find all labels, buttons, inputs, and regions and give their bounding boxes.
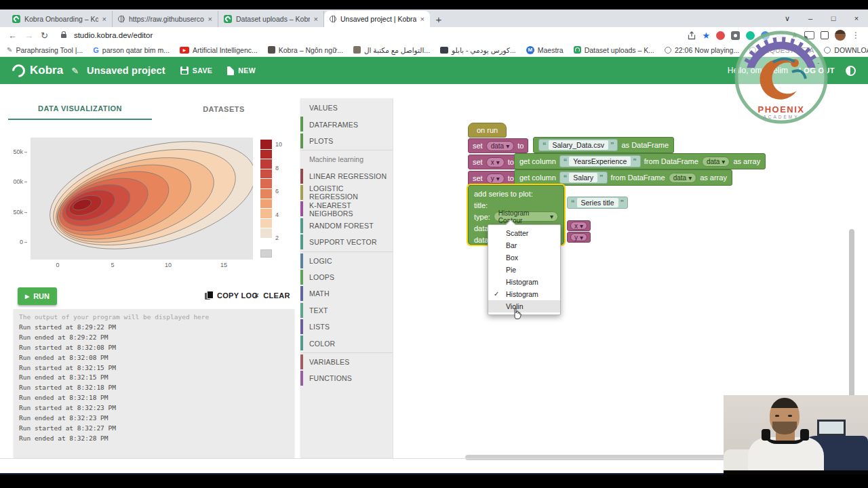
toolbox-item-logic[interactable]: LOGIC: [300, 253, 393, 269]
variable-dropdown-data[interactable]: data▾: [486, 141, 515, 151]
edit-project-icon[interactable]: ✎: [71, 66, 79, 76]
bookmark-arabic-library[interactable]: التواصل مع مكتبة ال...: [353, 46, 430, 54]
adblock-extension-icon[interactable]: [716, 31, 725, 40]
variable-name: y: [574, 234, 578, 241]
toolbox-item-math[interactable]: MATH: [300, 285, 393, 302]
column-name-text-block[interactable]: “ Salary ”: [559, 171, 608, 184]
theme-toggle-icon[interactable]: [846, 66, 856, 76]
toolbox-item-linear-regression[interactable]: LINEAR REGRESSION: [300, 168, 393, 184]
close-icon[interactable]: ×: [314, 15, 318, 23]
toolbox-item-plots[interactable]: PLOTS: [300, 133, 393, 149]
save-button[interactable]: SAVE: [180, 66, 212, 75]
variable-name: x: [574, 222, 578, 230]
colorbar-zero-band: [260, 249, 272, 258]
reload-icon[interactable]: ↻: [41, 31, 48, 40]
toolbox-item-variables[interactable]: VARIABLES: [300, 354, 393, 370]
chevron-down-icon[interactable]: ∨: [776, 14, 799, 23]
bookmark-now-playing[interactable]: 22:06 Now playing...: [665, 46, 739, 54]
bookmark-dataset-uploads[interactable]: Dataset uploads – K...: [574, 46, 654, 54]
maximize-button[interactable]: □: [822, 14, 845, 22]
variable-y-block[interactable]: y▾: [567, 232, 591, 243]
tab-datasets[interactable]: DATASETS: [152, 98, 296, 120]
toolbox-item-support-vector[interactable]: SUPPORT VECTOR: [300, 234, 393, 250]
minimize-button[interactable]: –: [799, 14, 822, 22]
browser-menu-icon[interactable]: ⋮: [852, 30, 860, 40]
csv-filename-text-block[interactable]: “ Salary_Data.csv ”: [538, 139, 618, 151]
dataframe-dropdown[interactable]: data▾: [702, 157, 730, 167]
variable-dropdown-x[interactable]: x▾: [570, 222, 587, 230]
toolbox-item-values[interactable]: VALUES: [300, 100, 393, 116]
share-icon[interactable]: [687, 31, 696, 40]
dropdown-option-scatter[interactable]: Scatter: [488, 227, 560, 239]
project-title[interactable]: Unsaved project: [87, 65, 165, 76]
category-color-strip: [300, 286, 303, 301]
bookmark-kobra-ngon-ngu[interactable]: Kobra – Ngôn ngữ...: [268, 46, 343, 54]
toolbox-label: RANDOM FOREST: [309, 222, 374, 230]
series-title-text-block[interactable]: “ Series title ”: [567, 197, 628, 209]
column-name-field[interactable]: Salary: [569, 173, 597, 182]
get-column-y-block[interactable]: get column “ Salary ” from DataFrame dat…: [514, 169, 732, 186]
workspace-horizontal-scrollbar[interactable]: [465, 455, 732, 460]
dropdown-option-histogram-contour-checked[interactable]: ✓ Histogram Contour: [488, 288, 560, 300]
close-window-button[interactable]: ×: [845, 14, 868, 22]
new-button[interactable]: NEW: [227, 66, 256, 75]
toolbox-item-loops[interactable]: LOOPS: [300, 269, 393, 285]
variable-name: data: [491, 142, 504, 150]
profile-avatar[interactable]: [835, 30, 846, 41]
toolbox-item-logistic-regression[interactable]: LOGISTIC REGRESSION: [300, 184, 393, 201]
browser-tab-kobra-studio-active[interactable]: Unsaved project | Kobra Studio ×: [324, 11, 430, 27]
on-run-block[interactable]: on run: [468, 123, 507, 138]
x-tick-15: 15: [220, 262, 227, 268]
bookmark-star-icon[interactable]: ★: [703, 31, 711, 40]
bookmark-ai[interactable]: ▶Artificial Intelligenc...: [180, 46, 258, 54]
bookmark-paraphrasing[interactable]: ✎Paraphrasing Tool |...: [7, 46, 83, 54]
toolbox-item-random-forest[interactable]: RANDOM FOREST: [300, 218, 393, 234]
toolbox-item-color[interactable]: COLOR: [300, 335, 393, 351]
bookmark-download[interactable]: DOWNLOAD: [824, 46, 868, 54]
bookmark-parson[interactable]: Gparson qatar bim m...: [93, 46, 170, 54]
toolbox-item-knn[interactable]: K-NEAREST NEIGHBORS: [300, 201, 393, 217]
close-icon[interactable]: ×: [208, 15, 212, 23]
browser-tab-dataset-uploads[interactable]: Dataset uploads – Kobra Docs ×: [218, 11, 324, 27]
bookmark-udemy-course[interactable]: كورس يودمي - بابلو...: [440, 46, 516, 54]
browser-tab-raw-github[interactable]: https://raw.githubusercontent.co ×: [113, 11, 218, 27]
dropdown-option-violin-hovered[interactable]: Violin: [488, 300, 560, 312]
kobra-brand[interactable]: Kobra: [12, 64, 63, 77]
bookmark-maestra[interactable]: MMaestra: [526, 46, 564, 54]
variable-x-block[interactable]: x▾: [567, 220, 591, 231]
copy-log-button[interactable]: COPY LOG: [205, 291, 258, 300]
read-csv-block[interactable]: “ Salary_Data.csv ” as DataFrame: [533, 137, 674, 153]
csv-filename-field[interactable]: Salary_Data.csv: [549, 140, 608, 150]
set-y-block[interactable]: set y▾ to: [468, 171, 519, 186]
toolbox-item-functions[interactable]: FUNCTIONS: [300, 370, 393, 386]
run-button[interactable]: ▶ RUN: [18, 287, 57, 305]
workspace-vertical-scrollbar[interactable]: [849, 229, 854, 409]
tab-data-visualization[interactable]: DATA VISUALIZATION: [8, 98, 152, 120]
dropdown-option-histogram[interactable]: Histogram: [488, 276, 560, 288]
get-column-x-block[interactable]: get column “ YearsExperience ” from Data…: [514, 153, 766, 169]
column-name-field[interactable]: YearsExperience: [569, 157, 631, 166]
column-name-text-block[interactable]: “ YearsExperience ”: [559, 155, 641, 167]
forward-icon[interactable]: →: [24, 31, 33, 40]
clear-button[interactable]: × CLEAR: [254, 291, 290, 300]
new-tab-button[interactable]: +: [430, 11, 448, 27]
series-type-dropdown[interactable]: Histogram Contour▾: [494, 211, 558, 222]
dropdown-option-pie[interactable]: Pie: [488, 264, 560, 276]
set-data-block[interactable]: set data▾ to: [468, 138, 528, 153]
browser-tab-kobra-onboarding[interactable]: Kobra Onboarding – Kobra Docs ×: [7, 11, 113, 27]
toolbox-item-text[interactable]: TEXT: [300, 302, 393, 319]
url-text[interactable]: studio.kobra.dev/editor: [74, 31, 153, 39]
close-icon[interactable]: ×: [102, 15, 106, 23]
dropdown-option-box[interactable]: Box: [488, 251, 560, 264]
variable-dropdown-x[interactable]: x▾: [486, 157, 505, 167]
set-x-block[interactable]: set x▾ to: [468, 155, 519, 169]
close-icon[interactable]: ×: [420, 15, 425, 23]
series-title-field[interactable]: Series title: [577, 198, 618, 207]
dropdown-option-bar[interactable]: Bar: [488, 239, 560, 251]
back-icon[interactable]: ←: [8, 31, 17, 40]
toolbox-item-lists[interactable]: LISTS: [300, 319, 393, 335]
toolbox-item-dataframes[interactable]: DATAFRAMES: [300, 116, 393, 132]
variable-dropdown-y[interactable]: y▾: [570, 233, 587, 241]
dataframe-dropdown[interactable]: data▾: [669, 173, 697, 183]
variable-dropdown-y[interactable]: y▾: [486, 174, 505, 184]
